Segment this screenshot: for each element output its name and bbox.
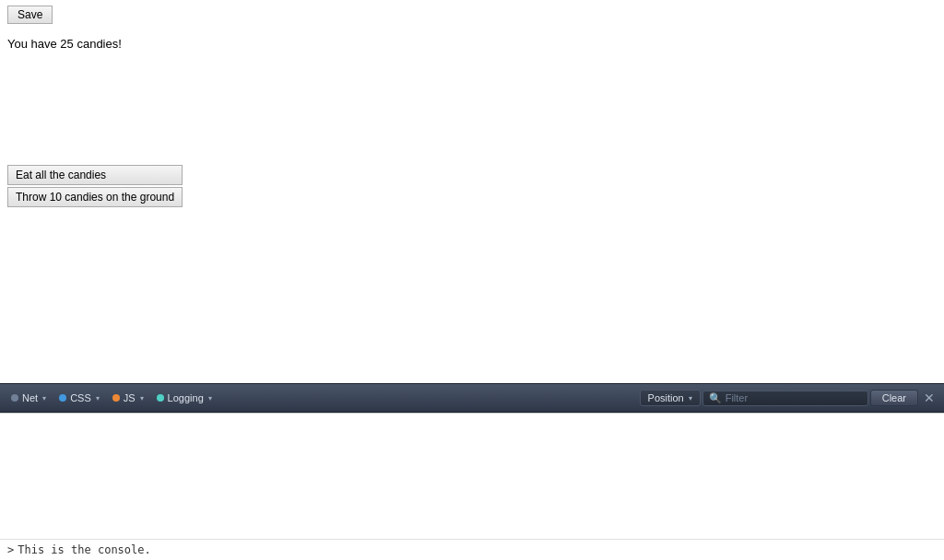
logging-tab-label: Logging: [168, 392, 204, 403]
logging-chevron-icon: ▾: [208, 394, 212, 402]
console-prompt: >: [7, 543, 14, 556]
js-chevron-icon: ▾: [140, 394, 144, 402]
js-tab-label: JS: [124, 392, 136, 403]
console-input[interactable]: [18, 543, 937, 556]
filter-search-icon: 🔍: [709, 392, 722, 404]
logging-tab[interactable]: Logging ▾: [151, 391, 218, 405]
filter-input[interactable]: [726, 392, 862, 403]
close-devtools-icon[interactable]: ✕: [920, 391, 938, 405]
position-label: Position: [648, 392, 684, 403]
candy-count-text: You have 25 candies!: [7, 33, 937, 54]
throw-candies-button[interactable]: Throw 10 candies on the ground: [7, 187, 183, 207]
position-dropdown[interactable]: Position ▾: [640, 390, 701, 406]
console-wrapper: >: [0, 414, 944, 560]
devtools-toolbar: Net ▾ CSS ▾ JS ▾ Logging ▾ Position ▾ 🔍 …: [0, 383, 944, 413]
filter-input-container[interactable]: 🔍: [702, 391, 868, 406]
action-buttons-container: Eat all the candies Throw 10 candies on …: [7, 165, 183, 209]
css-dot-icon: [59, 394, 66, 402]
css-tab[interactable]: CSS ▾: [53, 391, 105, 405]
logging-dot-icon: [157, 394, 164, 402]
position-chevron-icon: ▾: [689, 394, 692, 402]
js-tab[interactable]: JS ▾: [107, 391, 149, 405]
js-dot-icon: [112, 394, 120, 402]
main-content-area: Save You have 25 candies! Eat all the ca…: [0, 0, 944, 383]
console-area: >: [0, 413, 944, 560]
net-chevron-icon: ▾: [42, 394, 46, 402]
net-dot-icon: [11, 394, 18, 402]
main-scroll-area[interactable]: Save You have 25 candies! Eat all the ca…: [0, 0, 944, 383]
net-tab-label: Net: [22, 392, 38, 403]
console-content: [0, 414, 944, 421]
eat-all-candies-button[interactable]: Eat all the candies: [7, 165, 183, 185]
css-chevron-icon: ▾: [96, 394, 100, 402]
css-tab-label: CSS: [70, 392, 91, 403]
clear-button[interactable]: Clear: [870, 390, 918, 406]
net-tab[interactable]: Net ▾: [6, 391, 52, 405]
save-button[interactable]: Save: [7, 6, 53, 24]
console-input-line: >: [0, 539, 944, 560]
